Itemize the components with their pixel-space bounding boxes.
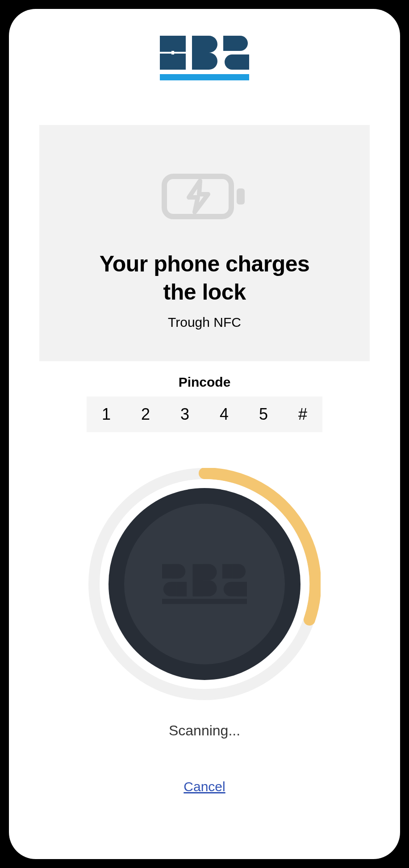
svg-rect-14 bbox=[222, 564, 233, 578]
info-card: Your phone charges the lock Trough NFC bbox=[39, 125, 370, 361]
pincode-digit: 4 bbox=[204, 396, 244, 432]
svg-rect-8 bbox=[238, 54, 249, 70]
pincode-digit: # bbox=[283, 396, 322, 432]
sbs-logo-icon bbox=[160, 36, 249, 70]
svg-rect-11 bbox=[162, 564, 172, 578]
pincode-digit: 3 bbox=[165, 396, 204, 432]
svg-rect-16 bbox=[162, 599, 247, 604]
scanner-status-text: Scanning... bbox=[169, 722, 240, 739]
svg-rect-15 bbox=[237, 582, 247, 596]
sbs-logo-dark-icon bbox=[162, 564, 247, 604]
pincode-row: 1 2 3 4 5 # bbox=[87, 396, 322, 432]
pincode-digit: 1 bbox=[87, 396, 126, 432]
logo-underline bbox=[160, 74, 249, 80]
svg-rect-5 bbox=[175, 54, 186, 70]
device-frame: Your phone charges the lock Trough NFC P… bbox=[0, 0, 409, 868]
pincode-label: Pincode bbox=[179, 375, 231, 390]
svg-rect-4 bbox=[160, 36, 171, 51]
screen: Your phone charges the lock Trough NFC P… bbox=[9, 9, 400, 859]
brand-logo bbox=[160, 36, 249, 80]
pincode-digit: 2 bbox=[126, 396, 165, 432]
pincode-digit: 5 bbox=[244, 396, 283, 432]
info-title-line1: Your phone charges bbox=[100, 251, 310, 276]
battery-charging-icon bbox=[160, 170, 249, 223]
svg-rect-12 bbox=[176, 582, 187, 596]
info-card-title: Your phone charges the lock bbox=[100, 250, 310, 306]
cancel-button[interactable]: Cancel bbox=[184, 779, 225, 794]
info-title-line2: the lock bbox=[163, 280, 246, 305]
info-card-subtitle: Trough NFC bbox=[168, 315, 241, 330]
nfc-scanner bbox=[88, 468, 321, 700]
svg-rect-13 bbox=[192, 564, 203, 596]
svg-rect-7 bbox=[223, 36, 234, 51]
svg-rect-6 bbox=[192, 36, 203, 70]
svg-rect-10 bbox=[237, 188, 245, 204]
scanner-center bbox=[124, 504, 285, 664]
